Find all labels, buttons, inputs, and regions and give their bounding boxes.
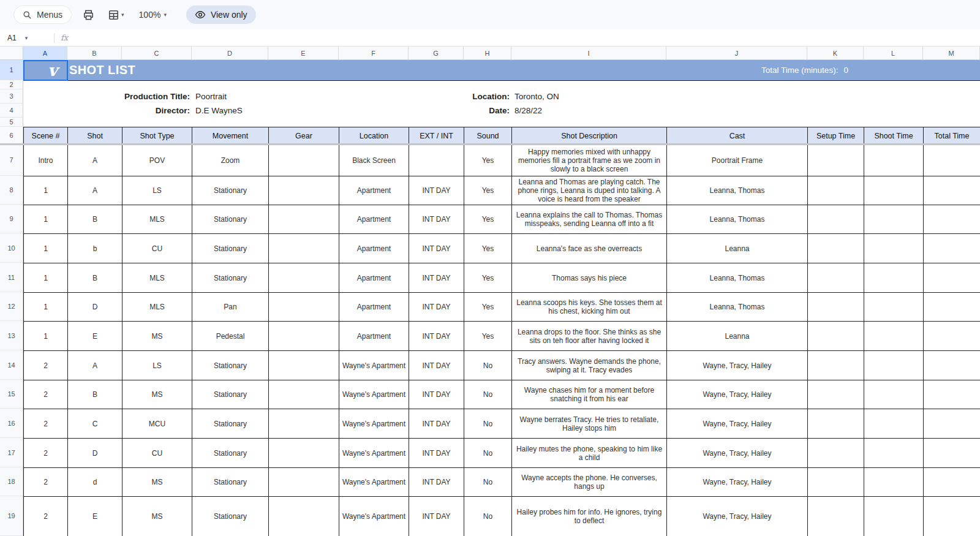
cell-B7[interactable]: A [68, 145, 123, 176]
row-header-18[interactable]: 18 [0, 467, 23, 496]
cell-H11[interactable]: Yes [464, 263, 512, 293]
cell-J18[interactable]: Wayne, Tracy, Hailey [667, 468, 808, 497]
cell-G7[interactable] [409, 145, 464, 176]
location-label[interactable]: Location: [339, 89, 510, 104]
cell-K8[interactable] [808, 176, 864, 205]
table-header-location[interactable]: Location [339, 127, 409, 145]
cell-M18[interactable] [924, 468, 980, 497]
cell-M9[interactable] [924, 205, 980, 234]
cell-I16[interactable]: Wayne berrates Tracy. He tries to retali… [512, 409, 667, 439]
cell-D8[interactable]: Stationary [192, 176, 269, 205]
cell-A9[interactable]: 1 [24, 205, 68, 234]
cell-I19[interactable]: Hailey probes him for info. He ignores, … [512, 497, 667, 536]
cell-J14[interactable]: Wayne, Tracy, Hailey [667, 351, 808, 380]
cell-M8[interactable] [924, 176, 980, 205]
name-box[interactable]: A1 ▾ [0, 34, 51, 42]
cell-G17[interactable]: INT DAY [409, 439, 464, 468]
cell-K14[interactable] [808, 351, 864, 380]
cell-K17[interactable] [808, 439, 864, 468]
cell-K15[interactable] [808, 380, 864, 409]
row-header-13[interactable]: 13 [0, 321, 23, 350]
cell-D15[interactable]: Stationary [192, 380, 269, 409]
table-header-scene[interactable]: Scene # [24, 127, 68, 145]
total-time[interactable]: Total Time (minutes): 0 [666, 60, 943, 80]
col-header-E[interactable]: E [268, 47, 339, 60]
cell-D17[interactable]: Stationary [192, 439, 269, 468]
cell-A8[interactable]: 1 [24, 176, 68, 205]
cell-J15[interactable]: Wayne, Tracy, Hailey [667, 380, 808, 409]
cell-J16[interactable]: Wayne, Tracy, Hailey [667, 409, 808, 439]
cell-C19[interactable]: MS [123, 497, 192, 536]
cell-F16[interactable]: Wayne's Apartment [339, 409, 409, 439]
cell-H8[interactable]: Yes [464, 176, 512, 205]
cell-C12[interactable]: MLS [123, 293, 192, 322]
row-header-9[interactable]: 9 [0, 205, 23, 233]
cell-G15[interactable]: INT DAY [409, 380, 464, 409]
cell-A13[interactable]: 1 [24, 322, 68, 351]
cell-J10[interactable]: Leanna [667, 234, 808, 263]
cell-A16[interactable]: 2 [24, 409, 68, 439]
cell-M14[interactable] [924, 351, 980, 380]
row-header-6[interactable]: 6 [0, 127, 23, 144]
col-header-A[interactable]: A [23, 47, 67, 60]
cell-E11[interactable] [269, 263, 339, 293]
cell-L8[interactable] [864, 176, 924, 205]
cell-D18[interactable]: Stationary [192, 468, 269, 497]
cell-K11[interactable] [808, 263, 864, 293]
cell-F8[interactable]: Apartment [339, 176, 409, 205]
menus-search-button[interactable]: Menus [13, 6, 72, 24]
cell-A10[interactable]: 1 [24, 234, 68, 263]
cell-I15[interactable]: Wayne chases him for a moment before sna… [512, 380, 667, 409]
director-label[interactable]: Director: [23, 104, 190, 118]
cell-B8[interactable]: A [68, 176, 123, 205]
cell-B12[interactable]: D [68, 293, 123, 322]
cell-A17[interactable]: 2 [24, 439, 68, 468]
cell-A15[interactable]: 2 [24, 380, 68, 409]
cell-H18[interactable]: No [464, 468, 512, 497]
cell-D10[interactable]: Stationary [192, 234, 269, 263]
cell-I11[interactable]: Thomas says his piece [512, 263, 667, 293]
date-label[interactable]: Date: [339, 104, 510, 118]
row-header-14[interactable]: 14 [0, 350, 23, 380]
cell-G19[interactable]: INT DAY [409, 497, 464, 536]
table-header-shot-description[interactable]: Shot Description [512, 127, 667, 145]
cell-F11[interactable]: Apartment [339, 263, 409, 293]
cell-F9[interactable]: Apartment [339, 205, 409, 234]
cell-B9[interactable]: B [68, 205, 123, 234]
cell-A11[interactable]: 1 [24, 263, 68, 293]
table-header-shot-type[interactable]: Shot Type [123, 127, 192, 145]
cell-M11[interactable] [924, 263, 980, 293]
cell-M15[interactable] [924, 380, 980, 409]
cell-E15[interactable] [269, 380, 339, 409]
cell-E12[interactable] [269, 293, 339, 322]
cell-G13[interactable]: INT DAY [409, 322, 464, 351]
cell-H12[interactable]: Yes [464, 293, 512, 322]
cell-D12[interactable]: Pan [192, 293, 269, 322]
cell-K12[interactable] [808, 293, 864, 322]
cell-I14[interactable]: Tracy answers. Wayne demands the phone, … [512, 351, 667, 380]
cell-F18[interactable]: Wayne's Apartment [339, 468, 409, 497]
cell-H15[interactable]: No [464, 380, 512, 409]
cell-D13[interactable]: Pedestal [192, 322, 269, 351]
cell-A12[interactable]: 1 [24, 293, 68, 322]
row-header-4[interactable]: 4 [0, 104, 23, 118]
cell-I17[interactable]: Hailey mutes the phone, speaking to him … [512, 439, 667, 468]
cell-G10[interactable]: INT DAY [409, 234, 464, 263]
table-header-cast[interactable]: Cast [667, 127, 808, 145]
row-header-3[interactable]: 3 [0, 89, 23, 104]
cell-B17[interactable]: D [68, 439, 123, 468]
cell-G14[interactable]: INT DAY [409, 351, 464, 380]
cell-E13[interactable] [269, 322, 339, 351]
cell-L10[interactable] [864, 234, 924, 263]
cell-L16[interactable] [864, 409, 924, 439]
cell-I18[interactable]: Wayne accepts the phone. He converses, h… [512, 468, 667, 497]
cell-K13[interactable] [808, 322, 864, 351]
row-header-17[interactable]: 17 [0, 438, 23, 467]
cell-K18[interactable] [808, 468, 864, 497]
cell-G16[interactable]: INT DAY [409, 409, 464, 439]
cell-E17[interactable] [269, 439, 339, 468]
cell-L9[interactable] [864, 205, 924, 234]
cell-E9[interactable] [269, 205, 339, 234]
row-header-2[interactable]: 2 [0, 80, 23, 89]
cell-D7[interactable]: Zoom [192, 145, 269, 176]
